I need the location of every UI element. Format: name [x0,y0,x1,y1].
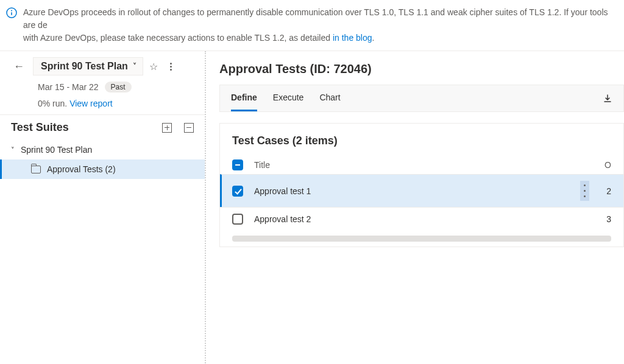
plan-status-badge: Past [105,82,132,93]
row-checkbox[interactable] [232,186,243,197]
banner-link[interactable]: in the blog [333,33,372,43]
table-row[interactable]: Approval test 1 2 [220,174,623,207]
back-arrow-icon[interactable]: ← [11,59,27,74]
tab-execute[interactable]: Execute [273,85,304,111]
tab-bar: Define Execute Chart [219,85,624,112]
svg-point-1 [11,10,12,12]
plan-run-status: 0% run. [38,99,67,108]
row-title: Approval test 1 [254,186,569,196]
row-more-menu[interactable] [580,181,589,201]
chevron-down-icon: ˅ [133,62,136,71]
banner-line1: Azure DevOps proceeds in rollout of chan… [23,7,608,30]
suite-root-label: Sprint 90 Test Plan [21,145,92,155]
tls-banner: Azure DevOps proceeds in rollout of chan… [0,0,624,51]
horizontal-scrollbar[interactable] [232,236,611,242]
add-suite-icon[interactable] [162,123,172,133]
col-title: Title [254,160,594,170]
banner-text: Azure DevOps proceeds in rollout of chan… [23,6,614,44]
page-title: Approval Tests (ID: 72046) [219,62,624,76]
svg-rect-2 [11,12,12,15]
row-checkbox[interactable] [232,214,243,225]
info-icon [6,7,17,18]
row-title: Approval test 2 [254,214,589,224]
plan-date-range: Mar 15 - Mar 22 [38,82,99,92]
suite-root[interactable]: ˅ Sprint 90 Test Plan [0,140,205,159]
favorite-star-icon[interactable]: ☆ [149,61,158,72]
view-report-link[interactable]: View report [69,99,113,108]
select-all-checkbox[interactable] [232,159,243,170]
suite-tree: ˅ Sprint 90 Test Plan Approval Tests (2) [0,140,205,179]
plan-name: Sprint 90 Test Plan [41,61,128,72]
tab-define[interactable]: Define [231,85,257,111]
suite-item-approval-tests[interactable]: Approval Tests (2) [0,159,205,179]
suite-item-label: Approval Tests (2) [47,164,116,174]
right-pane: Approval Tests (ID: 72046) Define Execut… [206,51,624,364]
banner-line2: with Azure DevOps, please take necessary… [23,33,333,43]
folder-icon [31,166,41,173]
suites-title: Test Suites [11,121,69,134]
grid-title: Test Cases (2 items) [220,124,623,156]
download-icon[interactable] [603,94,612,103]
col-order: O [604,160,611,170]
row-order: 3 [606,214,611,224]
test-case-grid: Test Cases (2 items) Title O Approval te… [219,123,624,247]
table-row[interactable]: Approval test 2 3 [220,207,623,231]
grid-header: Title O [220,156,623,174]
plan-more-menu[interactable] [170,61,172,72]
chevron-down-icon: ˅ [11,146,15,154]
collapse-suite-icon[interactable] [184,123,194,133]
tab-chart[interactable]: Chart [319,85,340,111]
left-pane: ← Sprint 90 Test Plan ˅ ☆ Mar 15 - Mar 2… [0,51,206,364]
test-plan-selector[interactable]: Sprint 90 Test Plan ˅ [33,57,143,75]
row-order: 2 [606,186,611,196]
